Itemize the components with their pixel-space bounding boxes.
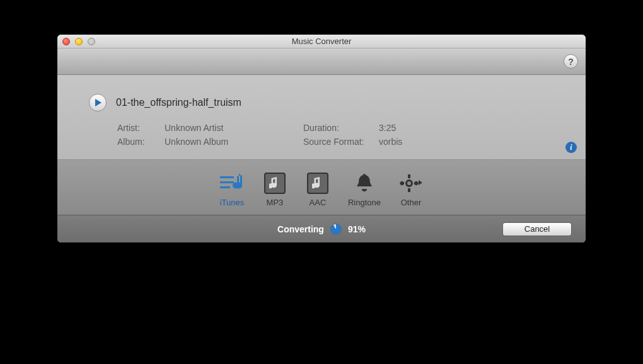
file-name: 01-the_offspring-half_truism xyxy=(116,97,241,108)
duration-value: 3:25 xyxy=(379,123,560,133)
svg-rect-6 xyxy=(408,188,410,192)
status-bar: Converting 91% Cancel xyxy=(57,215,586,242)
format-aac-label: AAC xyxy=(310,198,327,207)
artist-value: Unknown Artist xyxy=(165,123,303,133)
minimize-window-button[interactable] xyxy=(75,38,83,45)
source-format-value: vorbis xyxy=(379,137,560,147)
svg-rect-5 xyxy=(408,174,410,178)
cancel-button[interactable]: Cancel xyxy=(502,222,572,236)
format-other-label: Other xyxy=(401,198,422,207)
info-icon: i xyxy=(570,143,572,152)
gear-icon xyxy=(398,171,424,195)
format-selector: iTunes MP3 AAC Ringtone xyxy=(57,160,586,215)
progress-pie-icon xyxy=(330,224,342,235)
svg-rect-1 xyxy=(220,176,234,178)
format-mp3[interactable]: MP3 xyxy=(262,171,287,207)
mp3-icon xyxy=(262,171,287,195)
svg-rect-11 xyxy=(400,181,404,185)
svg-marker-14 xyxy=(419,180,422,185)
format-ringtone-label: Ringtone xyxy=(348,198,381,207)
status-percent: 91% xyxy=(348,224,366,234)
duration-label: Duration: xyxy=(303,123,379,133)
format-other[interactable]: Other xyxy=(398,171,424,207)
bell-icon xyxy=(352,171,377,195)
album-label: Album: xyxy=(117,137,165,147)
app-window: Music Converter ? 01-the_offspring-half_… xyxy=(57,35,586,242)
format-aac[interactable]: AAC xyxy=(305,171,330,207)
file-header: 01-the_offspring-half_truism xyxy=(89,94,560,111)
metadata-grid: Artist: Unknown Artist Duration: 3:25 Al… xyxy=(117,123,560,147)
help-icon: ? xyxy=(568,57,574,67)
status-text: Converting 91% xyxy=(277,224,366,235)
artist-label: Artist: xyxy=(117,123,165,133)
itunes-icon xyxy=(219,171,245,195)
info-button[interactable]: i xyxy=(565,142,577,153)
close-window-button[interactable] xyxy=(62,38,70,45)
zoom-window-button[interactable] xyxy=(88,38,95,45)
traffic-lights xyxy=(62,38,95,45)
format-ringtone[interactable]: Ringtone xyxy=(348,171,381,207)
file-info-panel: 01-the_offspring-half_truism Artist: Unk… xyxy=(57,75,586,160)
window-title: Music Converter xyxy=(57,37,586,46)
format-itunes-label: iTunes xyxy=(220,198,245,207)
play-icon xyxy=(94,99,101,106)
svg-rect-3 xyxy=(220,186,230,188)
album-value: Unknown Album xyxy=(165,137,303,147)
svg-point-13 xyxy=(407,181,411,185)
svg-rect-12 xyxy=(414,181,419,185)
svg-rect-2 xyxy=(220,181,234,183)
play-button[interactable] xyxy=(89,94,107,111)
titlebar: Music Converter xyxy=(57,35,586,48)
format-mp3-label: MP3 xyxy=(267,198,284,207)
help-button[interactable]: ? xyxy=(564,54,578,69)
format-itunes[interactable]: iTunes xyxy=(219,171,245,207)
svg-marker-0 xyxy=(95,99,101,106)
status-label: Converting xyxy=(277,224,324,234)
toolbar: ? xyxy=(57,48,586,75)
source-format-label: Source Format: xyxy=(303,137,379,147)
cancel-button-label: Cancel xyxy=(524,224,550,234)
aac-icon xyxy=(305,171,330,195)
